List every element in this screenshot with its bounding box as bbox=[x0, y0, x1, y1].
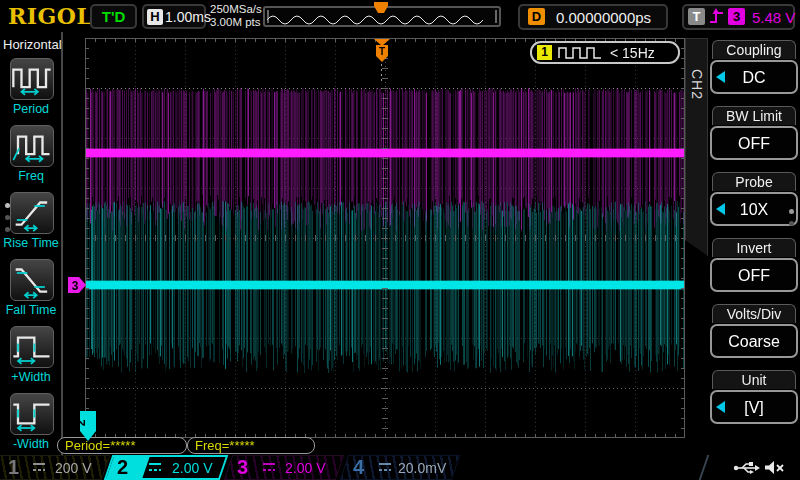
channel3-value: 2.00 V bbox=[285, 460, 325, 476]
menu-label-freq: Freq bbox=[0, 169, 62, 183]
d-badge: D bbox=[528, 8, 545, 25]
menu-page-dot-2 bbox=[789, 221, 794, 226]
menu-item-nwidth[interactable] bbox=[10, 393, 54, 435]
speaker-muted-icon bbox=[764, 459, 786, 477]
pulse-train-icon bbox=[558, 46, 604, 59]
period-icon bbox=[11, 59, 53, 99]
rigol-logo: RIGOL bbox=[8, 3, 93, 29]
trigger-level-value: 5.48 V bbox=[752, 9, 795, 26]
trigger-freq-source-badge: 1 bbox=[537, 45, 552, 60]
horizontal-scale-value: 1.00ms bbox=[165, 9, 211, 25]
menu-item-freq[interactable] bbox=[10, 125, 54, 167]
trigger-freq-value: < 15Hz bbox=[610, 45, 655, 61]
left-arrow-icon bbox=[716, 71, 725, 83]
ch2-tab-label: CH2 bbox=[689, 69, 705, 100]
delay-value: 0.00000000ps bbox=[556, 9, 651, 26]
menu-label-voltsdiv: Volts/Div bbox=[712, 304, 796, 323]
menu-item-period[interactable] bbox=[10, 58, 54, 100]
menu-value-bwlimit[interactable]: OFF bbox=[710, 126, 798, 160]
svg-text:T: T bbox=[379, 46, 385, 57]
ch1-coupling-icon bbox=[32, 462, 46, 473]
trigger-freq-box bbox=[530, 41, 680, 64]
ch3-level-marker[interactable]: 3 bbox=[67, 276, 87, 294]
sample-rate: 250MSa/s 3.00M pts bbox=[210, 3, 262, 29]
waveform-display bbox=[85, 38, 685, 438]
ch4-coupling-icon bbox=[378, 462, 392, 473]
usb-icon bbox=[733, 460, 761, 476]
page-dot-1 bbox=[5, 203, 10, 208]
trigger-status-badge: T'D bbox=[90, 4, 137, 29]
menu-label-rise-time: Rise Time bbox=[0, 236, 62, 250]
ch2-tab: CH2 bbox=[685, 38, 708, 256]
channel2-value: 2.00 V bbox=[172, 460, 212, 476]
t-badge: T bbox=[688, 8, 705, 25]
oscilloscope-screen: RIGOL T'D H 1.00ms 250MSa/s 3.00M pts D … bbox=[0, 0, 800, 480]
channel1-number: 1 bbox=[8, 456, 19, 479]
measurement-freq: Freq=***** bbox=[187, 437, 315, 454]
menu-label-nwidth: -Width bbox=[0, 437, 62, 451]
trigger-position-marker[interactable]: T bbox=[372, 38, 392, 64]
channel1-value: 200 V bbox=[55, 460, 92, 476]
left-menu-title: Horizontal bbox=[3, 37, 62, 52]
pwidth-icon bbox=[11, 327, 53, 367]
left-arrow-icon bbox=[716, 401, 725, 413]
menu-item-pwidth[interactable] bbox=[10, 326, 54, 368]
trigger-slope-icon bbox=[708, 7, 726, 25]
menu-label-pwidth: +Width bbox=[0, 370, 62, 384]
svg-text:3: 3 bbox=[72, 279, 79, 293]
menu-page-dot-1 bbox=[789, 209, 794, 214]
ch3-coupling-icon bbox=[262, 462, 276, 473]
left-arrow-icon bbox=[716, 203, 725, 215]
page-dot-3 bbox=[5, 227, 10, 232]
nwidth-icon bbox=[11, 394, 53, 434]
channel4-value: 20.0mV bbox=[398, 460, 446, 476]
menu-item-rise-time[interactable] bbox=[10, 192, 54, 234]
menu-item-fall-time[interactable] bbox=[10, 259, 54, 301]
svg-text:2: 2 bbox=[79, 419, 88, 426]
strip-trigger-marker[interactable] bbox=[373, 1, 389, 14]
menu-label-bwlimit: BW Limit bbox=[712, 106, 796, 125]
menu-label-coupling: Coupling bbox=[712, 40, 796, 59]
channel3-number: 3 bbox=[237, 456, 248, 479]
channel4-number: 4 bbox=[353, 456, 364, 479]
freq-icon bbox=[11, 126, 53, 166]
fall-time-icon bbox=[11, 260, 53, 300]
measurement-period: Period=***** bbox=[57, 437, 187, 454]
rise-time-icon bbox=[11, 193, 53, 233]
ch2-coupling-icon bbox=[148, 462, 162, 473]
menu-label-invert: Invert bbox=[712, 238, 796, 257]
trigger-source-badge: 3 bbox=[728, 8, 745, 25]
channel2-number: 2 bbox=[117, 456, 128, 479]
menu-value-voltsdiv[interactable]: Coarse bbox=[710, 324, 798, 358]
ch2-offset-marker[interactable]: 2 bbox=[79, 410, 97, 442]
menu-value-invert[interactable]: OFF bbox=[710, 258, 798, 292]
menu-label-unit: Unit bbox=[712, 370, 796, 389]
h-badge: H bbox=[147, 9, 163, 25]
page-dot-2 bbox=[5, 215, 10, 220]
menu-label-probe: Probe bbox=[712, 172, 796, 191]
menu-label-fall-time: Fall Time bbox=[0, 303, 62, 317]
menu-label-period: Period bbox=[0, 102, 62, 116]
